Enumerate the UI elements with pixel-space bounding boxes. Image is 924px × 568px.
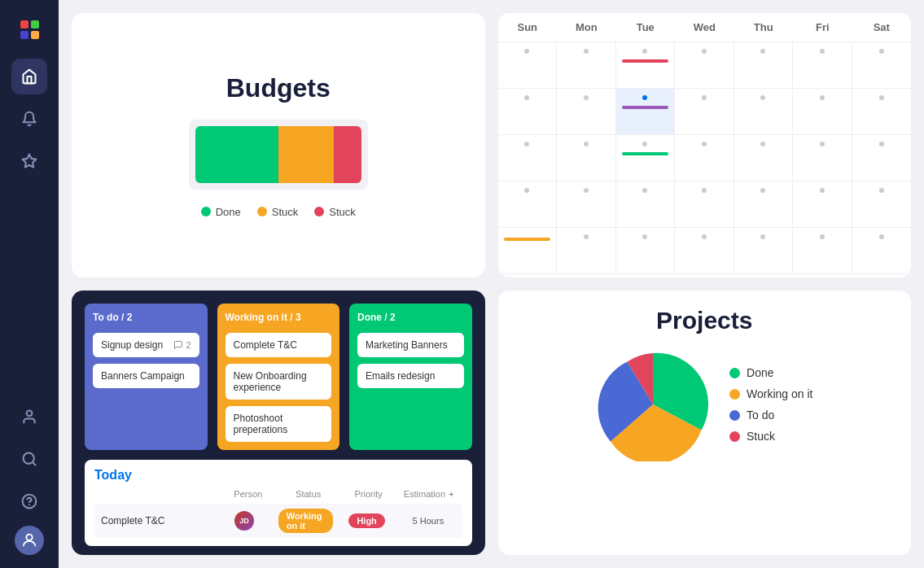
cal-cell [557, 42, 616, 89]
svg-line-3 [33, 462, 36, 465]
budgets-title: Budgets [226, 73, 331, 103]
cal-dot [702, 49, 707, 54]
cal-dot [820, 49, 825, 54]
legend-done: Done [201, 206, 241, 218]
sidebar-item-help[interactable] [11, 483, 47, 519]
projects-dot-todo [729, 410, 740, 421]
cal-cell [675, 42, 734, 89]
cal-dot [820, 188, 825, 193]
cal-dot [760, 49, 765, 54]
cal-cell [557, 135, 616, 181]
kanban-item[interactable]: Photoshoot preperations [226, 406, 332, 442]
legend-stuck-orange: Stuck [257, 206, 299, 218]
cal-cell [557, 228, 616, 274]
kanban-working-header: Working on it / 3 [226, 312, 332, 323]
today-header-priority: Priority [339, 489, 399, 499]
kanban-item[interactable]: Marketing Banners [357, 333, 464, 357]
cal-header-wed: Wed [675, 13, 734, 42]
cal-dot [879, 49, 884, 54]
sidebar-item-notifications[interactable] [11, 101, 47, 137]
cal-cell [852, 181, 912, 228]
sidebar-item-search[interactable] [11, 441, 47, 477]
cal-dot [584, 234, 589, 239]
today-row-task-name: Complete T&C [101, 515, 211, 526]
kanban-item-text: Photoshoot preperations [234, 413, 324, 435]
today-row[interactable]: Complete T&C JD Working on it High 5 Hou… [94, 504, 462, 538]
projects-label-todo: To do [747, 409, 774, 422]
cal-dot [760, 188, 765, 193]
today-header-estimation: Estimation + [399, 489, 459, 499]
pie-chart [596, 347, 710, 461]
kanban-item[interactable]: New Onboarding experience [226, 364, 332, 400]
sidebar-item-home[interactable] [11, 59, 47, 94]
legend-dot-stuck-red [314, 207, 324, 216]
cal-dot [524, 188, 529, 193]
cal-cell [675, 181, 734, 228]
today-row-priority: High [339, 513, 394, 528]
projects-label-working: Working on it [747, 387, 812, 400]
kanban-card: To do / 2 Signup design 2 Banners Campai… [72, 291, 485, 555]
today-header-name [98, 489, 218, 499]
cal-cell-highlighted [616, 89, 676, 135]
cal-cell [734, 89, 794, 135]
cal-event-purple [622, 106, 668, 109]
sidebar-item-team[interactable] [11, 399, 47, 435]
cal-dot [702, 234, 707, 239]
status-badge[interactable]: Working on it [278, 509, 333, 533]
sidebar-item-favorites[interactable] [11, 143, 47, 179]
add-icon[interactable]: + [449, 489, 453, 499]
kanban-item[interactable]: Signup design 2 [93, 333, 199, 357]
cal-cell [793, 181, 852, 228]
cal-dot [820, 142, 825, 146]
budget-bar [195, 126, 361, 183]
kanban-item-text: Complete T&C [234, 339, 297, 351]
cal-dot [524, 49, 529, 54]
cal-header-fri: Fri [793, 13, 852, 42]
cal-dot [584, 142, 589, 146]
cal-cell [793, 135, 852, 181]
today-header-status: Status [278, 489, 339, 499]
cal-cell [557, 89, 616, 135]
projects-legend-working: Working on it [729, 387, 812, 400]
cal-cell [498, 228, 558, 274]
today-headers: Person Status Priority Estimation + [94, 489, 462, 499]
priority-badge[interactable]: High [348, 513, 384, 528]
today-section: Today Person Status Priority Estimation … [85, 460, 472, 546]
main-content: Budgets Done Stuck Stuck [59, 0, 924, 568]
cal-dot [642, 142, 647, 146]
cal-header-sun: Sun [498, 13, 558, 42]
app-logo [13, 13, 46, 46]
cal-dot [879, 188, 884, 193]
cal-dot [879, 234, 884, 239]
cal-event-red [622, 59, 668, 63]
cal-dot [524, 95, 529, 100]
bar-done [195, 126, 278, 183]
kanban-item[interactable]: Emails redesign [357, 364, 464, 388]
cal-cell [734, 42, 794, 89]
projects-label-stuck: Stuck [747, 430, 775, 443]
cal-cell [734, 228, 794, 274]
projects-dot-done [729, 368, 740, 378]
cal-header-sat: Sat [852, 13, 912, 42]
projects-title: Projects [656, 307, 752, 334]
kanban-item-badge: 2 [173, 340, 190, 350]
today-header-person: Person [218, 489, 278, 499]
today-title: Today [94, 468, 462, 483]
cal-cell [793, 89, 852, 135]
svg-point-6 [26, 535, 32, 540]
calendar-card: Sun Mon Tue Wed Thu Fri Sat [498, 13, 912, 277]
kanban-item[interactable]: Complete T&C [226, 333, 332, 357]
cal-dot [642, 234, 647, 239]
cal-dot [584, 95, 589, 100]
cal-cell [793, 228, 852, 274]
cal-dot [820, 95, 825, 100]
today-row-status: Working on it [278, 509, 333, 533]
projects-legend-stuck: Stuck [729, 430, 812, 443]
projects-dot-stuck [729, 431, 740, 442]
kanban-item[interactable]: Banners Campaign [93, 364, 199, 388]
budgets-card: Budgets Done Stuck Stuck [72, 13, 485, 277]
kanban-col-todo: To do / 2 Signup design 2 Banners Campai… [85, 304, 208, 450]
cal-cell [734, 135, 794, 181]
avatar[interactable] [15, 526, 44, 555]
kanban-board: To do / 2 Signup design 2 Banners Campai… [85, 304, 472, 450]
